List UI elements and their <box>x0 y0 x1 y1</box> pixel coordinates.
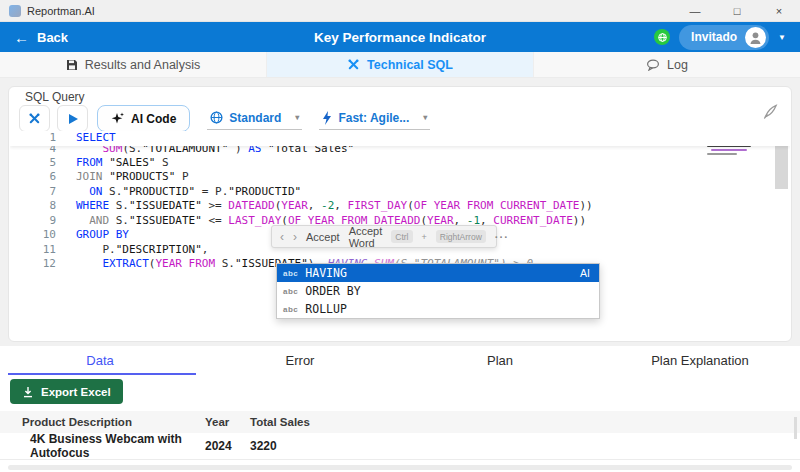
speed-select[interactable]: Fast: Agile... ▾ <box>319 108 430 130</box>
export-excel-button[interactable]: Export Excel <box>10 379 123 404</box>
autocomplete-label: ORDER BY <box>305 284 360 298</box>
table-scrollbar[interactable] <box>794 417 797 439</box>
code-line[interactable]: 5FROM "SALES" S <box>10 156 790 171</box>
ai-code-button[interactable]: AI Code <box>97 105 190 132</box>
tab-technical-sql[interactable]: Technical SQL <box>267 52 534 77</box>
line-code: ON S."PRODUCTID" = P."PRODUCTID" <box>76 185 301 200</box>
line-number: 4 <box>10 146 76 156</box>
tab-data[interactable]: Data <box>0 350 200 372</box>
line-code: FROM "SALES" S <box>76 156 169 171</box>
pen-icon[interactable] <box>762 103 779 124</box>
save-icon <box>66 59 78 71</box>
tab-label: Log <box>667 58 688 72</box>
ai-badge: AI <box>580 267 590 279</box>
plus-separator: + <box>422 232 427 242</box>
results-section: Data Error Plan Plan Explanation Export … <box>0 346 800 472</box>
line-code: WHERE S."ISSUEDATE" >= DATEADD(YEAR, -2,… <box>76 199 593 214</box>
tools-button[interactable] <box>19 105 50 132</box>
word-icon: abc <box>283 305 298 314</box>
play-icon <box>69 114 78 124</box>
line-code: P."DESCRIPTION", <box>76 243 208 258</box>
horizontal-scrollbar[interactable] <box>8 465 792 470</box>
main-tab-bar: Results and Analysis Technical SQL Log <box>0 52 800 78</box>
line-number: 12 <box>10 257 76 272</box>
chevron-down-icon: ▾ <box>423 113 427 122</box>
line-code: SELECT <box>76 131 116 146</box>
line-number: 6 <box>10 170 76 185</box>
sql-toolbar: AI Code Standard ▾ Fast: Agile... ▾ <box>19 105 430 132</box>
line-number: 9 <box>10 214 76 229</box>
tab-error[interactable]: Error <box>200 350 400 372</box>
cell-year: 2024 <box>205 439 250 453</box>
column-total-sales: Total Sales <box>250 416 800 428</box>
ctrl-key-badge: Ctrl <box>391 230 412 243</box>
autocomplete-item-rollup[interactable]: abc ROLLUP <box>277 300 599 318</box>
suggestion-toolbar: ‹ › Accept Accept Word Ctrl + RightArrow… <box>271 225 497 248</box>
minimap-line <box>711 149 747 151</box>
person-icon <box>748 30 763 45</box>
globe-icon <box>210 111 223 124</box>
app-header: Key Performance Indicator ← Back Invitad… <box>0 22 800 52</box>
tab-results-and-analysis[interactable]: Results and Analysis <box>0 52 267 77</box>
autocomplete-item-having[interactable]: abc HAVING AI <box>277 264 599 282</box>
code-line[interactable]: 1SELECT <box>10 131 790 146</box>
model-select-value: Standard <box>229 111 281 125</box>
rightarrow-key-badge: RightArrow <box>436 230 486 243</box>
code-line[interactable]: 6JOIN "PRODUCTS" P <box>10 170 790 185</box>
panel-title: SQL Query <box>25 90 85 104</box>
user-label: Invitado <box>691 30 737 44</box>
avatar <box>745 27 766 48</box>
maximize-button[interactable]: □ <box>716 0 758 21</box>
line-code: GROUP BY <box>76 228 129 243</box>
line-number: 5 <box>10 156 76 171</box>
sparkle-icon <box>111 112 124 125</box>
editor-scrollbar[interactable] <box>775 131 788 327</box>
tab-log[interactable]: Log <box>534 52 800 77</box>
line-number: 1 <box>10 131 76 146</box>
download-icon <box>22 386 34 398</box>
autocomplete-label: ROLLUP <box>305 302 347 316</box>
line-code: SUM(S."TOTALAMOUNT" ) AS "Total Sales" <box>76 146 354 156</box>
model-select[interactable]: Standard ▾ <box>207 108 302 130</box>
back-button[interactable]: ← Back <box>14 30 68 45</box>
table-row[interactable]: 4K Business Webcam with Autofocus 2024 3… <box>0 433 800 460</box>
line-code: JOIN "PRODUCTS" P <box>76 170 189 185</box>
tab-plan[interactable]: Plan <box>400 350 600 372</box>
active-tab-underline <box>8 373 196 375</box>
autocomplete-item-order-by[interactable]: abc ORDER BY <box>277 282 599 300</box>
code-line[interactable]: 4 SUM(S."TOTALAMOUNT" ) AS "Total Sales" <box>10 146 790 156</box>
line-number: 7 <box>10 185 76 200</box>
user-menu[interactable]: Invitado <box>679 25 769 50</box>
user-caret-icon[interactable]: ▼ <box>778 33 786 42</box>
cell-total-sales: 3220 <box>250 439 800 453</box>
column-product-description: Product Description <box>0 416 205 428</box>
column-year: Year <box>205 416 250 428</box>
minimize-button[interactable]: — <box>674 0 716 21</box>
globe-glyph <box>657 32 668 43</box>
line-number: 11 <box>10 243 76 258</box>
tools-icon <box>347 58 360 71</box>
next-suggestion-icon[interactable]: › <box>293 230 297 244</box>
previous-suggestion-icon[interactable]: ‹ <box>280 230 284 244</box>
tab-plan-explanation[interactable]: Plan Explanation <box>600 350 800 372</box>
accept-word-button[interactable]: Accept Word <box>349 225 383 249</box>
accept-button[interactable]: Accept <box>306 231 340 243</box>
window-controls: — □ × <box>674 0 800 21</box>
ai-code-label: AI Code <box>131 112 176 126</box>
word-icon: abc <box>283 287 298 296</box>
app-title: Reportman.AI <box>27 5 95 17</box>
word-icon: abc <box>283 269 298 278</box>
cell-product-description: 4K Business Webcam with Autofocus <box>0 432 205 460</box>
back-arrow-icon: ← <box>14 30 29 45</box>
language-icon[interactable] <box>654 29 670 45</box>
code-line[interactable]: 7 ON S."PRODUCTID" = P."PRODUCTID" <box>10 185 790 200</box>
line-number: 10 <box>10 228 76 243</box>
sql-query-panel: SQL Query AI Code <box>8 86 792 342</box>
code-line[interactable]: 8WHERE S."ISSUEDATE" >= DATEADD(YEAR, -2… <box>10 199 790 214</box>
export-excel-label: Export Excel <box>41 386 111 398</box>
tools-icon <box>28 112 41 125</box>
more-options-icon[interactable]: ··· <box>495 231 509 243</box>
run-query-button[interactable] <box>57 105 88 132</box>
close-button[interactable]: × <box>758 0 800 21</box>
speed-select-value: Fast: Agile... <box>338 111 409 125</box>
